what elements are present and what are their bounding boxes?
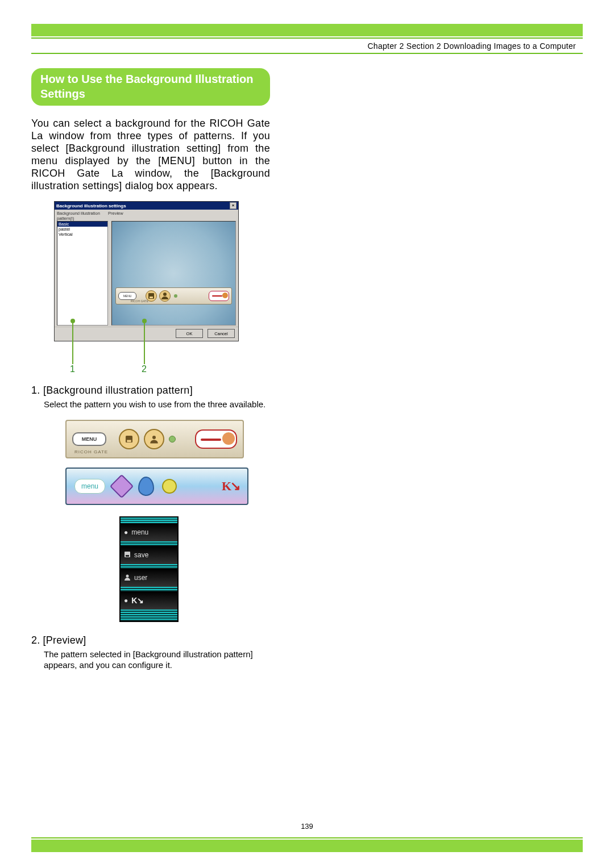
save-icon [113, 478, 130, 495]
content-column: How to Use the Background Illustration S… [31, 68, 270, 670]
user-label: user [134, 574, 147, 582]
dialog-titlebar: Background illustration settings × [55, 202, 238, 210]
user-icon [124, 574, 131, 582]
status-dot-icon [174, 294, 177, 298]
logo-row: ● K↘ [121, 591, 177, 610]
list-item[interactable]: Vertical [57, 232, 107, 237]
menu-button: MENU [118, 292, 136, 300]
svg-rect-1 [150, 297, 153, 298]
page-number: 139 [0, 822, 614, 831]
item-2-description: The pattern selected in [Background illu… [44, 649, 270, 670]
item-2-heading: 2. [Preview] [31, 635, 270, 646]
dialog-body: Basic pastel Vertical MENU RICOH GATE [55, 221, 238, 327]
user-icon [144, 429, 164, 449]
ricoh-gate-label: RICOH GATE [74, 449, 108, 454]
menu-label: menu [131, 528, 148, 536]
dot-icon: ● [124, 596, 128, 604]
pattern-pastel-preview: menu K↘ [65, 468, 248, 505]
decoration-bar [121, 541, 177, 546]
logo-icon [209, 291, 229, 301]
ricoh-gate-bar: MENU RICOH GATE [115, 287, 232, 304]
svg-point-5 [152, 436, 156, 439]
list-item[interactable]: pastel [57, 227, 107, 232]
close-icon[interactable]: × [230, 202, 237, 209]
drop-icon [138, 477, 154, 496]
header-breadcrumb-bar: Chapter 2 Section 2 Downloading Images t… [31, 37, 583, 54]
save-row: save [121, 546, 177, 564]
breadcrumb: Chapter 2 Section 2 Downloading Images t… [367, 41, 576, 51]
menu-button: menu [74, 479, 105, 494]
item-1-heading: 1. [Background illustration pattern] [31, 385, 270, 397]
preview-pane: MENU RICOH GATE [111, 221, 236, 326]
dialog-screenshot: Background illustration settings × Backg… [54, 201, 239, 364]
status-dot-icon [169, 436, 176, 443]
decoration-bar [121, 518, 177, 523]
pattern-previews: MENU RICOH GATE menu K [65, 420, 236, 622]
bottom-decoration-bar [31, 840, 583, 852]
user-row: user [121, 569, 177, 587]
status-dot-icon [162, 479, 177, 494]
callout-markers: 1 2 [54, 341, 239, 364]
ok-button[interactable]: OK [176, 329, 203, 338]
callout-number: 2 [142, 364, 147, 374]
logo-icon: K↘ [131, 596, 144, 605]
menu-button: MENU [72, 432, 106, 446]
intro-paragraph: You can select a background for the RICO… [31, 117, 270, 192]
dot-icon: ● [124, 528, 128, 536]
user-icon [159, 290, 171, 302]
callout-stick-icon [144, 322, 145, 364]
callout-number: 1 [70, 364, 75, 374]
save-icon [124, 551, 131, 560]
save-icon [119, 429, 139, 449]
page: Chapter 2 Section 2 Downloading Images t… [0, 0, 614, 868]
pattern-basic-preview: MENU RICOH GATE [65, 420, 244, 458]
svg-rect-4 [127, 440, 131, 443]
save-label: save [134, 551, 148, 559]
decoration-bar [121, 610, 177, 621]
list-item[interactable]: Basic [57, 222, 107, 227]
pattern-listbox[interactable]: Basic pastel Vertical [57, 221, 108, 326]
logo-icon [195, 429, 237, 449]
preview-background [112, 222, 235, 325]
decoration-bar [121, 564, 177, 569]
item-1-description: Select the pattern you wish to use from … [44, 399, 270, 410]
dialog-labels-row: Background illustration pattern(I) Previ… [55, 210, 238, 221]
callout-stick-icon [72, 322, 73, 364]
label-preview: Preview [108, 211, 123, 221]
svg-rect-7 [126, 555, 129, 557]
svg-point-2 [163, 293, 167, 296]
dialog-title-text: Background illustration settings [56, 203, 126, 208]
svg-point-8 [126, 574, 129, 577]
cancel-button[interactable]: Cancel [208, 329, 235, 338]
bottom-divider [31, 837, 583, 838]
logo-icon: K↘ [222, 479, 239, 494]
menu-row: ● menu [121, 523, 177, 541]
ricoh-gate-label: RICOH GATE [131, 299, 148, 303]
dialog-footer: OK Cancel [55, 327, 238, 341]
top-decoration-bar [31, 24, 583, 36]
label-pattern: Background illustration pattern(I) [57, 211, 108, 221]
section-title: How to Use the Background Illustration S… [31, 68, 270, 106]
decoration-bar [121, 587, 177, 591]
pattern-vertical-preview: ● menu save user [119, 516, 179, 622]
